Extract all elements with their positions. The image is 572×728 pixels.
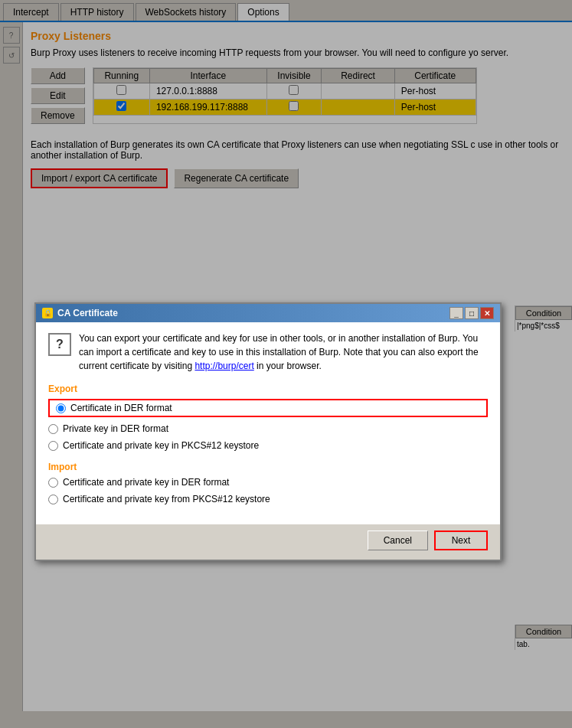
cancel-button[interactable]: Cancel: [368, 530, 428, 550]
dialog-info-text: You can export your certificate and key …: [79, 331, 488, 373]
import-cert-pkcs12-radio[interactable]: [48, 495, 58, 504]
cert-der-radio[interactable]: [56, 403, 66, 413]
dialog-titlebar-left: 🔒 CA Certificate: [42, 308, 118, 318]
import-cert-pkcs12-option: Certificate and private key from PKCS#12…: [48, 494, 488, 504]
dialog-title-icon: 🔒: [42, 308, 53, 318]
cert-pkcs12-radio[interactable]: [48, 441, 58, 451]
main-layout: Intercept HTTP history WebSockets histor…: [0, 0, 572, 728]
next-button[interactable]: Next: [434, 530, 488, 550]
cert-pkcs12-label: Certificate and private key in PKCS#12 k…: [63, 440, 259, 451]
maximize-button[interactable]: □: [465, 307, 479, 319]
ca-certificate-dialog: 🔒 CA Certificate _ □ ✕ ? You can export …: [34, 302, 502, 561]
export-title: Export: [48, 384, 488, 394]
dialog-title-text: CA Certificate: [57, 308, 118, 318]
close-button[interactable]: ✕: [480, 307, 494, 319]
dialog-footer: Cancel Next: [36, 524, 500, 560]
import-cert-der-radio[interactable]: [48, 478, 58, 488]
info-icon: ?: [48, 333, 71, 356]
export-radio-group: Certificate in DER format Private key in…: [48, 399, 488, 451]
import-cert-der-label: Certificate and private key in DER forma…: [63, 477, 229, 488]
import-section: Import Certificate and private key in DE…: [48, 462, 488, 504]
dialog-info: ? You can export your certificate and ke…: [48, 331, 488, 373]
import-title: Import: [48, 462, 488, 472]
private-key-der-option: Private key in DER format: [48, 423, 488, 434]
export-section: Export Certificate in DER format Private…: [48, 384, 488, 451]
burp-cert-link[interactable]: http://burp/cert: [194, 361, 253, 371]
private-key-der-radio[interactable]: [48, 424, 58, 434]
import-radio-group: Certificate and private key in DER forma…: [48, 477, 488, 504]
cert-der-option-highlighted: Certificate in DER format: [48, 399, 488, 417]
cert-der-label: Certificate in DER format: [70, 403, 172, 413]
import-cert-der-option: Certificate and private key in DER forma…: [48, 477, 488, 488]
minimize-button[interactable]: _: [449, 307, 463, 319]
import-cert-pkcs12-label: Certificate and private key from PKCS#12…: [63, 494, 270, 504]
dialog-controls: _ □ ✕: [449, 307, 494, 319]
cert-pkcs12-option: Certificate and private key in PKCS#12 k…: [48, 440, 488, 451]
dialog-titlebar: 🔒 CA Certificate _ □ ✕: [36, 304, 500, 322]
dialog-body: ? You can export your certificate and ke…: [36, 322, 500, 524]
private-key-der-label: Private key in DER format: [63, 423, 168, 434]
